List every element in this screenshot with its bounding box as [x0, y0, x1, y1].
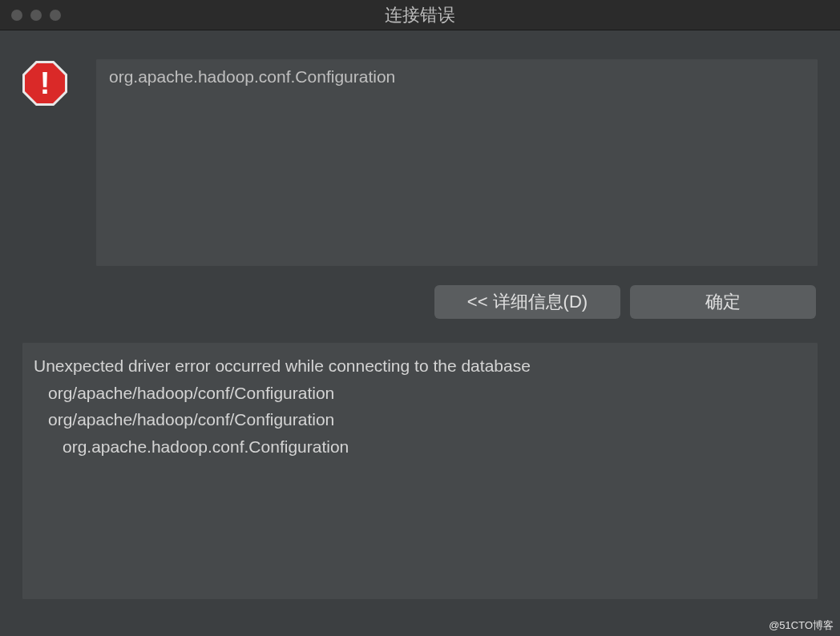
error-message-text: org.apache.hadoop.conf.Configuration: [109, 67, 805, 87]
details-line-1: Unexpected driver error occurred while c…: [34, 352, 806, 380]
upper-row: ! org.apache.hadoop.conf.Configuration: [22, 59, 818, 266]
details-line-4: org.apache.hadoop.conf.Configuration: [34, 433, 806, 461]
close-window-button[interactable]: [11, 10, 22, 21]
details-line-3: org/apache/hadoop/conf/Configuration: [34, 406, 806, 433]
details-button[interactable]: << 详细信息(D): [434, 285, 620, 319]
ok-button[interactable]: 确定: [630, 285, 816, 319]
dialog-content: ! org.apache.hadoop.conf.Configuration <…: [0, 30, 840, 599]
minimize-window-button[interactable]: [30, 10, 42, 21]
exclamation-mark: !: [40, 68, 50, 99]
titlebar: 连接错误: [0, 0, 840, 30]
maximize-window-button[interactable]: [50, 10, 61, 21]
details-panel: Unexpected driver error occurred while c…: [22, 343, 818, 599]
window-title: 连接错误: [385, 3, 455, 27]
stop-error-icon: !: [22, 61, 67, 106]
window-controls: [11, 10, 61, 21]
button-row: << 详细信息(D) 确定: [22, 285, 818, 319]
watermark: @51CTO博客: [769, 618, 834, 633]
error-message-panel: org.apache.hadoop.conf.Configuration: [96, 59, 818, 266]
details-line-2: org/apache/hadoop/conf/Configuration: [34, 380, 806, 407]
